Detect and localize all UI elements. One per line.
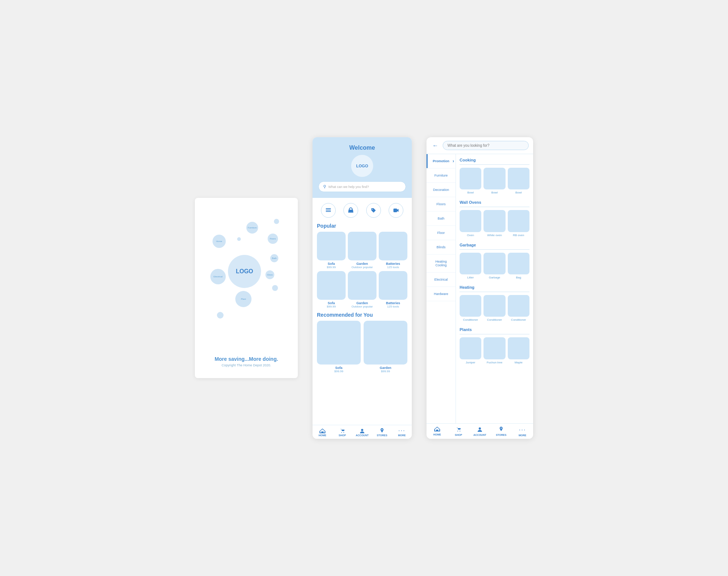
sidebar-item-hardware[interactable]: Hardware xyxy=(427,287,456,301)
nav-more[interactable]: ··· MORE xyxy=(392,428,412,437)
rec-item-1[interactable]: Garden $99.99 xyxy=(364,321,407,373)
product-bag[interactable]: Bag xyxy=(508,253,529,279)
copyright: Copyright The Home Depot 2020. xyxy=(222,363,271,367)
product-garbage[interactable]: Garbage xyxy=(483,253,505,279)
home-screen: Welcome LOGO ⚲ What can we help you find… xyxy=(313,137,412,439)
nav-stores-label: STORES xyxy=(377,434,388,437)
svg-point-7 xyxy=(361,429,363,431)
bubble-glass: Glass xyxy=(265,270,274,279)
product-fuchun[interactable]: Fuchun tree xyxy=(483,337,505,364)
product-thumb-4 xyxy=(348,271,377,300)
menu-icon-btn[interactable] xyxy=(321,203,336,218)
rec-item-0[interactable]: Sofa $99.99 xyxy=(317,321,361,373)
nav-more-label: MORE xyxy=(398,434,406,437)
bowl-label-1: Bowl xyxy=(467,191,474,194)
product-maple[interactable]: Maple xyxy=(508,337,529,364)
popular-item-4[interactable]: Garden Outdoor popular xyxy=(348,271,377,308)
sidebar-item-furniture[interactable]: Furniture xyxy=(427,168,456,183)
nav-home[interactable]: HOME xyxy=(313,428,332,437)
product-oven[interactable]: Oven xyxy=(460,210,481,237)
sidebar-item-floor[interactable]: Floor xyxy=(427,226,456,240)
cat-nav-home[interactable]: HOME xyxy=(427,427,448,437)
home-search-placeholder: What can we help you find? xyxy=(328,185,369,189)
sidebar-item-heating[interactable]: Heating Cooling xyxy=(427,255,456,273)
product-bowl-1[interactable]: Bowl xyxy=(460,168,481,194)
product-name-4: Garden xyxy=(356,301,368,305)
cooking-divider xyxy=(460,164,529,165)
wall-ovens-title: Wall Ovens xyxy=(460,200,529,205)
popular-item-1[interactable]: Garden Outdoor popular xyxy=(348,232,377,269)
section-garbage: Garbage Litter Garbage Bag xyxy=(460,243,529,279)
splash-screen: LOGO Furniture Home Floors Bath Electric… xyxy=(195,198,298,378)
cat-nav-stores[interactable]: STORES xyxy=(490,427,512,437)
sidebar-item-electrical[interactable]: Electrical xyxy=(427,273,456,287)
stores-nav-icon xyxy=(379,428,385,433)
svg-rect-1 xyxy=(326,210,331,210)
bowl-thumb-1 xyxy=(460,168,481,189)
bubble-plant: Plant xyxy=(235,291,251,307)
cat-nav-more[interactable]: ··· MORE xyxy=(512,427,533,437)
conditioner-thumb-1 xyxy=(460,295,481,317)
garbage-thumb xyxy=(483,253,505,274)
rec-thumb-1 xyxy=(364,321,407,365)
product-bowl-3[interactable]: Bowl xyxy=(508,168,529,194)
product-juniper[interactable]: Juniper xyxy=(460,337,481,364)
back-button[interactable]: ← xyxy=(431,141,440,150)
svg-point-9 xyxy=(457,431,458,431)
popular-item-5[interactable]: Batteries 125 tools xyxy=(379,271,407,308)
svg-point-6 xyxy=(343,432,344,433)
cat-nav-shop[interactable]: SHOP xyxy=(448,427,469,437)
product-conditioner-2[interactable]: Conditioner xyxy=(483,295,505,321)
video-icon-btn[interactable] xyxy=(389,203,403,218)
product-thumb-1 xyxy=(348,232,377,260)
heating-title: Heating xyxy=(460,285,529,289)
cat-nav-account-label: ACCOUNT xyxy=(474,434,486,436)
cat-nav-shop-label: SHOP xyxy=(455,434,462,436)
wall-ovens-products: Oven White oven RB oven xyxy=(460,210,529,237)
product-rb-oven[interactable]: RB oven xyxy=(508,210,529,237)
nav-shop[interactable]: SHOP xyxy=(332,428,352,437)
shop-icon-btn[interactable] xyxy=(343,203,358,218)
rb-oven-thumb xyxy=(508,210,529,232)
nav-stores[interactable]: STORES xyxy=(372,428,392,437)
sidebar-item-decoration[interactable]: Decoration xyxy=(427,183,456,197)
product-price-3: $99.99 xyxy=(327,305,336,308)
product-litter[interactable]: Litter xyxy=(460,253,481,279)
nav-account[interactable]: ACCOUNT xyxy=(352,428,372,437)
bowl-thumb-2 xyxy=(483,168,505,189)
recommended-title: Recommended for You xyxy=(317,312,407,318)
litter-label: Litter xyxy=(467,276,474,279)
sidebar-item-bath[interactable]: Bath xyxy=(427,211,456,226)
sidebar-item-floors[interactable]: Floors xyxy=(427,197,456,211)
home-search-bar[interactable]: ⚲ What can we help you find? xyxy=(318,181,406,192)
product-white-oven[interactable]: White oven xyxy=(483,210,505,237)
popular-item-0[interactable]: Sofa $99.99 xyxy=(317,232,346,269)
bag-label: Bag xyxy=(516,276,521,279)
garbage-label: Garbage xyxy=(489,276,500,279)
home-body: Popular Sofa $99.99 Garden Outdoor popul… xyxy=(313,198,412,425)
quick-action-icons xyxy=(317,203,407,218)
cat-account-icon xyxy=(477,427,482,433)
tag-icon xyxy=(371,207,377,213)
cat-search-input[interactable] xyxy=(443,141,529,150)
cat-content: Cooking Bowl Bowl Bowl xyxy=(456,154,533,423)
cat-nav-account[interactable]: ACCOUNT xyxy=(469,427,490,437)
nav-home-label: HOME xyxy=(319,434,326,437)
garbage-products: Litter Garbage Bag xyxy=(460,253,529,279)
popular-item-3[interactable]: Sofa $99.99 xyxy=(317,271,346,308)
rec-thumb-0 xyxy=(317,321,361,365)
video-icon xyxy=(393,207,399,213)
cooking-products: Bowl Bowl Bowl xyxy=(460,168,529,194)
sidebar-item-blinds[interactable]: Blinds xyxy=(427,240,456,255)
product-thumb-0 xyxy=(317,232,346,260)
product-conditioner-3[interactable]: Conditioner xyxy=(508,295,529,321)
product-sub-1: Outdoor popular xyxy=(351,266,373,269)
tag-icon-btn[interactable] xyxy=(366,203,381,218)
bag-thumb xyxy=(508,253,529,274)
product-conditioner-1[interactable]: Conditioner xyxy=(460,295,481,321)
product-bowl-2[interactable]: Bowl xyxy=(483,168,505,194)
popular-item-2[interactable]: Batteries 125 tools xyxy=(379,232,407,269)
popular-grid: Sofa $99.99 Garden Outdoor popular Batte… xyxy=(317,232,407,308)
center-logo-bubble: LOGO xyxy=(228,255,261,288)
sidebar-item-promotion[interactable]: Promotion xyxy=(427,154,456,168)
